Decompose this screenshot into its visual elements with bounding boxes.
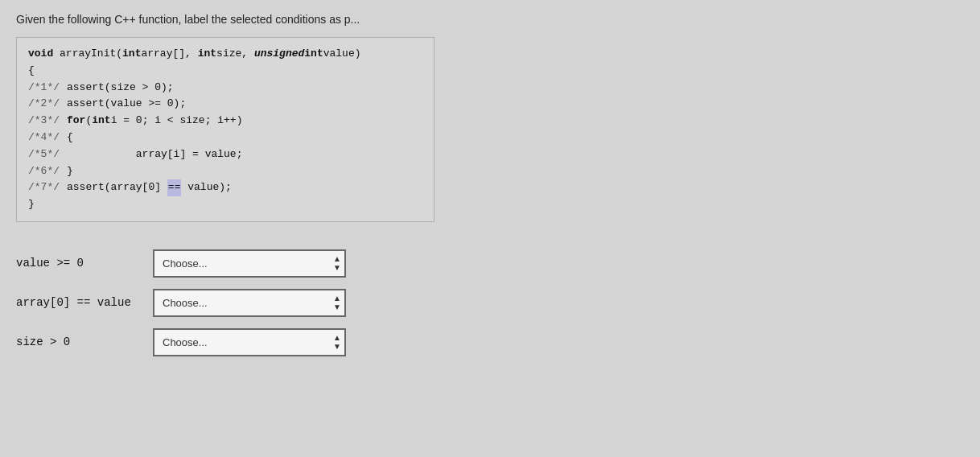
line-7: /*7*/ assert(array[0] == value); [28, 179, 422, 196]
close-brace-line: } [28, 196, 422, 213]
line-7-highlight: == [167, 179, 182, 196]
keyword-for: for [67, 113, 85, 130]
param-size: size, [216, 46, 254, 63]
line-label-4: /*4*/ [28, 130, 67, 146]
line-5-indent: array[i] = value; [67, 146, 242, 163]
line-1-content: assert(size > 0); [67, 80, 174, 97]
condition-select-2[interactable]: Choose... Precondition Postcondition Inv… [153, 328, 346, 356]
conditions-section: value >= 0 Choose... Precondition Postco… [16, 249, 964, 356]
line-label-5: /*5*/ [28, 146, 67, 163]
condition-row-1: array[0] == value Choose... Precondition… [16, 289, 964, 317]
condition-row-2: size > 0 Choose... Precondition Postcond… [16, 328, 964, 356]
line-label-6: /*6*/ [28, 163, 67, 180]
line-1: /*1*/ assert(size > 0); [28, 80, 422, 97]
line-4: /*4*/ { [28, 130, 422, 146]
condition-select-1[interactable]: Choose... Precondition Postcondition Inv… [153, 289, 346, 317]
line-2: /*2*/ assert(value >= 0); [28, 96, 422, 113]
condition-select-wrapper-2: Choose... Precondition Postcondition Inv… [153, 328, 346, 356]
header-text: Given the following C++ function, label … [16, 13, 964, 26]
line-7-content-post: value); [181, 179, 231, 196]
open-brace-line: { [28, 63, 422, 80]
line-6-content: } [67, 163, 73, 180]
line-label-3: /*3*/ [28, 113, 67, 130]
line-label-2: /*2*/ [28, 96, 67, 113]
condition-select-wrapper-0: Choose... Precondition Postcondition Inv… [153, 249, 346, 278]
function-signature-line: void arrayInit(int array[], int size, un… [28, 46, 422, 63]
condition-select-wrapper-1: Choose... Precondition Postcondition Inv… [153, 289, 346, 317]
line-2-content: assert(value >= 0); [67, 96, 186, 113]
line-5: /*5*/ array[i] = value; [28, 146, 422, 163]
line-label-7: /*7*/ [28, 179, 67, 196]
condition-select-0[interactable]: Choose... Precondition Postcondition Inv… [153, 249, 346, 278]
keyword-void: void [28, 46, 53, 63]
param-int2: int [198, 46, 216, 63]
line-3-content: ( [85, 113, 92, 130]
keyword-int-for: int [92, 113, 110, 130]
line-3-content2: i = 0; i < size; i++) [111, 113, 243, 130]
line-6: /*6*/ } [28, 163, 422, 180]
param-unsigned: unsigned [254, 46, 304, 63]
condition-label-2: size > 0 [16, 336, 153, 348]
open-brace: { [28, 63, 35, 80]
condition-label-0: value >= 0 [16, 257, 153, 270]
param-array: array[], [141, 46, 197, 63]
line-4-content: { [67, 130, 73, 146]
line-7-content-pre: assert(array[0] [67, 179, 167, 196]
function-name: arrayInit( [60, 46, 122, 63]
code-block: void arrayInit(int array[], int size, un… [16, 37, 434, 222]
param-int3: int [304, 46, 323, 63]
param-int1: int [122, 46, 141, 63]
line-label-1: /*1*/ [28, 80, 67, 97]
condition-row-0: value >= 0 Choose... Precondition Postco… [16, 249, 964, 278]
main-container: Given the following C++ function, label … [0, 0, 980, 457]
line-3: /*3*/ for (int i = 0; i < size; i++) [28, 113, 422, 130]
param-value: value) [323, 46, 361, 63]
condition-label-1: array[0] == value [16, 296, 153, 309]
close-brace: } [28, 196, 35, 213]
